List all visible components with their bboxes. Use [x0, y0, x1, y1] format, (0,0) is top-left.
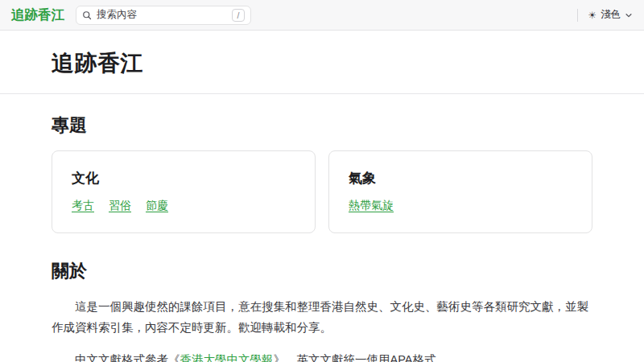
chevron-down-icon	[625, 11, 633, 19]
topic-card-culture: 文化 考古 習俗 節慶	[52, 150, 316, 233]
navbar-right-group: ☀ 淺色	[577, 8, 633, 22]
link-tropical-cyclone[interactable]: 熱帶氣旋	[349, 199, 394, 213]
page-content: 追跡香江 專題 文化 考古 習俗 節慶 氣象 熱帶氣旋 關於 這是一個興趣	[0, 31, 644, 362]
link-customs[interactable]: 習俗	[109, 199, 131, 213]
card-title: 文化	[72, 169, 295, 187]
site-logo[interactable]: 追跡香江	[11, 6, 64, 24]
topic-card-weather: 氣象 熱帶氣旋	[328, 150, 592, 233]
top-navbar: 追跡香江 搜索內容 / ☀ 淺色	[0, 0, 644, 31]
link-hku-chinese-journal[interactable]: 香港大學中文學報	[180, 353, 274, 362]
navbar-divider	[577, 9, 578, 22]
slash-shortcut-key-icon: /	[232, 9, 245, 22]
theme-switcher-label: 淺色	[601, 8, 621, 22]
about-paragraph-2: 中文文獻格式參考《香港大學中文學報》。英文文獻統一使用APA格式。	[52, 349, 592, 362]
search-icon	[82, 10, 92, 20]
about-section: 這是一個興趣使然的課餘項目，意在搜集和整理香港自然史、文化史、藝術史等各類研究文…	[52, 296, 592, 362]
theme-switcher-button[interactable]: ☀ 淺色	[588, 8, 633, 22]
search-input[interactable]: 搜索內容 /	[76, 6, 251, 25]
topic-cards: 文化 考古 習俗 節慶 氣象 熱帶氣旋	[52, 150, 592, 233]
title-divider	[0, 93, 644, 94]
about-heading: 關於	[52, 259, 592, 283]
p2-prefix: 中文文獻格式參考《	[75, 353, 180, 362]
search-placeholder: 搜索內容	[97, 8, 227, 22]
card-title: 氣象	[349, 169, 572, 187]
link-archaeology[interactable]: 考古	[72, 199, 94, 213]
about-paragraph-1: 這是一個興趣使然的課餘項目，意在搜集和整理香港自然史、文化史、藝術史等各類研究文…	[52, 296, 592, 338]
topics-heading: 專題	[52, 113, 592, 138]
link-festivals[interactable]: 節慶	[146, 199, 168, 213]
sun-icon: ☀	[588, 10, 597, 20]
page-title: 追跡香江	[52, 48, 592, 79]
p2-suffix: 》。英文文獻統一使用APA格式。	[274, 353, 448, 362]
